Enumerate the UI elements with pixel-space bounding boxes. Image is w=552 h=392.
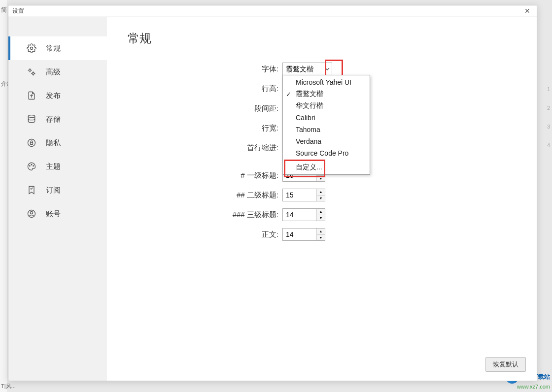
dialog-title: 设置 [12,7,24,15]
h3-size-input[interactable] [283,209,316,221]
row-h3: ### 三级标题: ▲▼ [107,205,537,225]
spin-up[interactable]: ▲ [317,209,325,215]
dialog-footer: 恢复默认 [485,357,526,372]
label-h2: ## 二级标题: [107,191,282,200]
h2-size-spinner[interactable]: ▲▼ [282,189,325,201]
svg-point-4 [28,139,35,147]
font-option-custom[interactable]: 自定义... [283,162,370,173]
dropdown-item-label: Calibri [296,114,315,122]
row-body: 正文: ▲▼ [107,225,537,244]
sidebar-item-privacy[interactable]: 隐私 [8,131,107,155]
settings-dialog: 设置 ✕ 常规 高级 发布 [8,5,537,381]
svg-rect-5 [31,142,33,144]
spin-down[interactable]: ▼ [317,176,325,182]
label-para-space: 段间距: [107,104,282,113]
label-h1: # 一级标题: [107,171,282,180]
row-h2: ## 二级标题: ▲▼ [107,185,537,205]
close-button[interactable]: ✕ [522,7,533,15]
label-body: 正文: [107,230,282,239]
dropdown-item-label: 华文行楷 [296,101,323,110]
button-label: 恢复默认 [493,360,518,369]
upload-file-icon [26,90,37,101]
sidebar-item-general[interactable]: 常规 [8,36,107,60]
dropdown-item-label: Tahoma [296,126,320,133]
palette-icon [26,161,37,172]
svg-point-1 [29,69,31,71]
svg-point-6 [29,165,30,166]
sidebar-item-storage[interactable]: 存储 [8,107,107,131]
sidebar-item-publish[interactable]: 发布 [8,84,107,107]
font-dropdown-panel: Microsoft Yahei UI ✓ 霞鹜文楷 华文行楷 Calibri T… [282,75,370,175]
underlying-line-numbers: 1 2 3 4 [547,86,550,161]
sidebar-item-label: 存储 [46,115,61,124]
font-option-msyahei[interactable]: Microsoft Yahei UI [283,76,370,88]
restore-defaults-button[interactable]: 恢复默认 [485,357,526,372]
font-combobox[interactable]: 霞鹜文楷 [282,63,332,75]
spin-down[interactable]: ▼ [317,235,325,241]
label-indent: 首行缩进: [107,143,282,153]
spin-up[interactable]: ▲ [317,189,325,196]
sidebar-item-advanced[interactable]: 高级 [8,60,107,84]
dialog-titlebar: 设置 ✕ [8,5,537,17]
font-option-tahoma[interactable]: Tahoma [283,124,370,135]
dropdown-item-label: Microsoft Yahei UI [296,78,351,86]
spin-up[interactable]: ▲ [317,229,325,235]
label-h3: ### 三级标题: [107,210,282,220]
lock-icon [26,137,37,148]
spin-down[interactable]: ▼ [317,196,325,201]
font-option-lxgw[interactable]: ✓ 霞鹜文楷 [283,88,370,100]
font-option-verdana[interactable]: Verdana [283,135,370,147]
svg-point-3 [28,115,34,118]
database-icon [26,114,37,125]
page-title: 常规 [128,31,151,46]
chevron-down-icon[interactable] [322,63,332,75]
label-line-width: 行宽: [107,124,282,133]
sidebar-item-label: 隐私 [46,138,61,148]
body-size-input[interactable] [283,229,316,240]
font-combobox-value: 霞鹜文楷 [283,64,322,74]
bookmark-icon [26,185,37,196]
dropdown-separator [283,160,370,161]
font-option-stxingkai[interactable]: 华文行楷 [283,100,370,112]
sidebar-item-subscribe[interactable]: 订阅 [8,178,107,202]
sidebar-item-label: 发布 [46,91,61,100]
spin-down[interactable]: ▼ [317,215,325,221]
gear-icon [26,43,37,54]
sidebar-item-label: 账号 [46,209,61,219]
sidebar-item-label: 订阅 [46,186,61,195]
check-icon: ✓ [286,91,291,98]
dropdown-item-label: 霞鹜文楷 [296,90,323,98]
body-size-spinner[interactable]: ▲▼ [282,228,325,241]
settings-content: 常规 字体: 霞鹜文楷 行高: [107,17,537,381]
svg-point-10 [31,211,33,214]
settings-sidebar: 常规 高级 发布 存储 [8,17,107,381]
svg-point-7 [31,164,32,165]
dropdown-item-label: 自定义... [296,163,322,172]
svg-point-2 [32,72,34,74]
h3-size-spinner[interactable]: ▲▼ [282,208,325,221]
font-option-sourcecodepro[interactable]: Source Code Pro [283,147,370,159]
svg-point-0 [31,47,33,50]
sidebar-item-label: 主题 [46,162,61,171]
underlying-status-text: T|风... [1,383,16,390]
sidebar-item-theme[interactable]: 主题 [8,155,107,178]
user-icon [26,208,37,219]
sidebar-item-label: 高级 [46,67,61,77]
h2-size-input[interactable] [283,189,316,201]
dropdown-item-label: Verdana [296,137,321,145]
label-line-height: 行高: [107,84,282,94]
font-option-calibri[interactable]: Calibri [283,112,370,124]
dropdown-item-label: Source Code Pro [296,149,348,157]
label-font: 字体: [107,65,282,74]
sidebar-item-label: 常规 [46,44,61,53]
sidebar-item-account[interactable]: 账号 [8,202,107,226]
gears-icon [26,66,37,77]
svg-point-8 [33,165,34,166]
